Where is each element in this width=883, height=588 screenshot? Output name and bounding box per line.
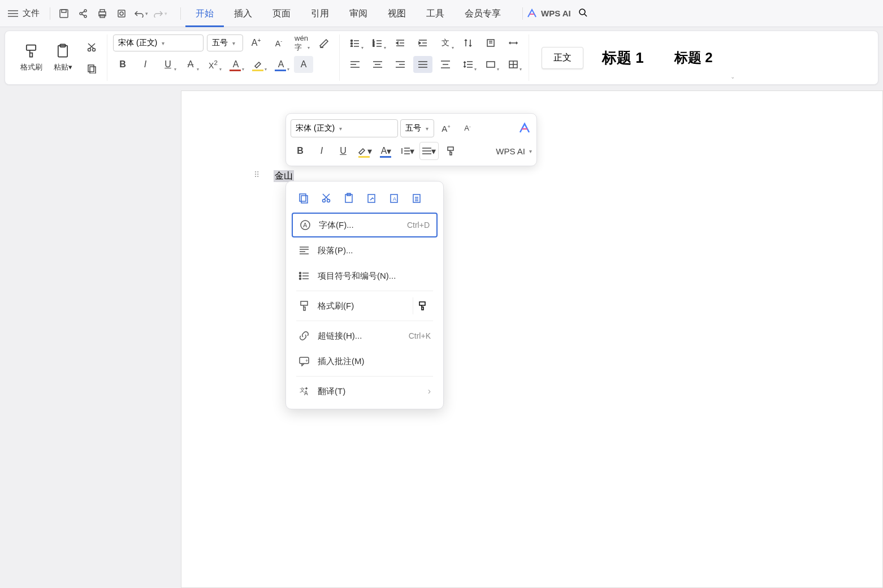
- show-marks-icon[interactable]: [481, 34, 500, 51]
- context-menu-item[interactable]: 段落(P)...: [292, 238, 438, 263]
- context-menu-item[interactable]: 文A翻译(T)›: [292, 379, 438, 404]
- style-heading2[interactable]: 标题 2: [663, 44, 725, 72]
- cm-item-label: 项目符号和编号(N)...: [318, 271, 431, 282]
- font-size-select[interactable]: 五号▾: [207, 34, 243, 51]
- cm-paste-list-icon[interactable]: [408, 189, 425, 206]
- mini-bold-icon[interactable]: B: [291, 142, 310, 160]
- numbering-icon[interactable]: 123▾: [368, 34, 387, 51]
- bullets-icon[interactable]: ▾: [345, 34, 365, 51]
- grow-font-icon[interactable]: A+: [246, 34, 266, 51]
- sort-icon[interactable]: [458, 34, 478, 51]
- line-spacing-icon[interactable]: ▾: [458, 56, 478, 73]
- print-preview-icon[interactable]: [112, 5, 131, 22]
- hamburger-icon[interactable]: [5, 5, 21, 22]
- decrease-indent-icon[interactable]: [391, 34, 410, 51]
- tab-reference[interactable]: 引用: [301, 0, 339, 27]
- align-right-icon[interactable]: [391, 56, 410, 73]
- cm-item-side-icon[interactable]: [413, 297, 431, 314]
- tab-tools[interactable]: 工具: [416, 0, 455, 27]
- cm-copy-icon[interactable]: [295, 189, 312, 206]
- mini-ai-label[interactable]: WPS AI: [496, 146, 525, 156]
- bold-icon[interactable]: B: [113, 56, 132, 73]
- cm-item-label: 字体(F)...: [319, 220, 407, 231]
- cut-icon[interactable]: [82, 38, 101, 55]
- shrink-font-icon[interactable]: A-: [269, 34, 288, 51]
- dialog-launcher-icon[interactable]: ⌄: [730, 74, 735, 80]
- mini-italic-icon[interactable]: I: [312, 142, 331, 160]
- tab-page[interactable]: 页面: [262, 0, 301, 27]
- increase-indent-icon[interactable]: [413, 34, 432, 51]
- clear-format-icon[interactable]: [314, 34, 334, 51]
- mini-grow-font-icon[interactable]: A+: [436, 119, 456, 137]
- share-icon[interactable]: [74, 5, 92, 22]
- tab-home[interactable]: 开始: [185, 0, 224, 27]
- align-justify-icon[interactable]: [413, 56, 432, 73]
- cm-paste-text-icon[interactable]: A: [386, 189, 402, 206]
- copy-icon[interactable]: [82, 60, 101, 77]
- cm-item-shortcut: Ctrl+K: [409, 331, 431, 340]
- search-icon[interactable]: [578, 7, 588, 20]
- mini-font-size[interactable]: 五号▾: [400, 119, 434, 137]
- cm-cut-icon[interactable]: [318, 189, 335, 206]
- mini-shrink-font-icon[interactable]: A-: [458, 119, 477, 137]
- svg-line-83: [324, 194, 330, 200]
- mini-ai-icon[interactable]: [517, 121, 532, 136]
- context-menu-item[interactable]: 超链接(H)...Ctrl+K: [292, 323, 438, 348]
- svg-text:A: A: [303, 222, 308, 228]
- mini-justify-icon[interactable]: ▾: [419, 142, 439, 160]
- context-menu-item[interactable]: A字体(F)...Ctrl+D: [292, 213, 438, 237]
- save-icon[interactable]: [55, 5, 73, 22]
- style-heading1[interactable]: 标题 1: [590, 43, 656, 73]
- align-center-icon[interactable]: [368, 56, 387, 73]
- svg-rect-106: [419, 302, 425, 305]
- document-selected-text[interactable]: 金山: [274, 170, 294, 182]
- cm-item-icon: [298, 300, 312, 312]
- shading-icon[interactable]: ▾: [481, 56, 500, 73]
- wps-ai-label[interactable]: WPS AI: [541, 8, 571, 18]
- paste-button[interactable]: 粘贴▾: [47, 36, 79, 80]
- context-menu-item[interactable]: 项目符号和编号(N)...: [292, 263, 438, 288]
- file-menu[interactable]: 文件: [23, 8, 40, 19]
- tab-member[interactable]: 会员专享: [455, 0, 511, 27]
- strikethrough-icon[interactable]: A▾: [181, 56, 200, 73]
- superscript-icon[interactable]: X2▾: [204, 56, 223, 73]
- char-shading-icon[interactable]: A: [294, 56, 313, 73]
- mini-format-painter-icon[interactable]: [441, 142, 460, 160]
- font-color-icon[interactable]: A▾: [226, 56, 245, 73]
- italic-icon[interactable]: I: [136, 56, 155, 73]
- undo-icon[interactable]: ▾: [132, 5, 150, 22]
- font-name-select[interactable]: 宋体 (正文)▾: [113, 34, 204, 51]
- cm-item-icon: +: [298, 356, 312, 366]
- mini-font-name[interactable]: 宋体 (正文)▾: [291, 119, 398, 137]
- underline-icon[interactable]: U▾: [158, 56, 178, 73]
- tab-view[interactable]: 视图: [378, 0, 416, 27]
- char-width-icon[interactable]: [504, 34, 523, 51]
- highlight-icon[interactable]: ▾: [249, 56, 268, 73]
- drag-handle-icon[interactable]: ⠿: [254, 170, 258, 179]
- style-gallery[interactable]: 正文 标题 1 标题 2: [535, 43, 731, 73]
- context-menu-item[interactable]: 格式刷(F): [292, 293, 438, 318]
- svg-point-20: [88, 49, 91, 51]
- mini-underline-icon[interactable]: U: [334, 142, 353, 160]
- svg-point-80: [323, 200, 326, 202]
- borders-icon[interactable]: ▾: [504, 56, 523, 73]
- tab-insert[interactable]: 插入: [224, 0, 262, 27]
- mini-highlight-icon[interactable]: ▾: [355, 142, 374, 160]
- context-menu-item[interactable]: +插入批注(M): [292, 349, 438, 374]
- print-icon[interactable]: [93, 5, 111, 22]
- svg-text:A: A: [393, 196, 396, 202]
- phonetic-guide-icon[interactable]: wén字▾: [292, 34, 311, 51]
- text-color-icon[interactable]: A▾: [271, 56, 291, 73]
- svg-point-99: [300, 273, 301, 274]
- cm-paste-icon[interactable]: [340, 189, 357, 206]
- align-left-icon[interactable]: [345, 56, 365, 73]
- style-body[interactable]: 正文: [542, 47, 583, 69]
- tab-review[interactable]: 审阅: [339, 0, 378, 27]
- cm-paste-format-icon[interactable]: [363, 189, 380, 206]
- redo-icon[interactable]: ▾: [151, 5, 169, 22]
- distribute-icon[interactable]: [436, 56, 455, 73]
- format-painter-button[interactable]: 格式刷: [15, 36, 47, 80]
- mini-line-spacing-icon[interactable]: ▾: [398, 142, 417, 160]
- text-direction-icon[interactable]: 文▾: [436, 34, 455, 51]
- mini-font-color-icon[interactable]: A▾: [376, 142, 396, 160]
